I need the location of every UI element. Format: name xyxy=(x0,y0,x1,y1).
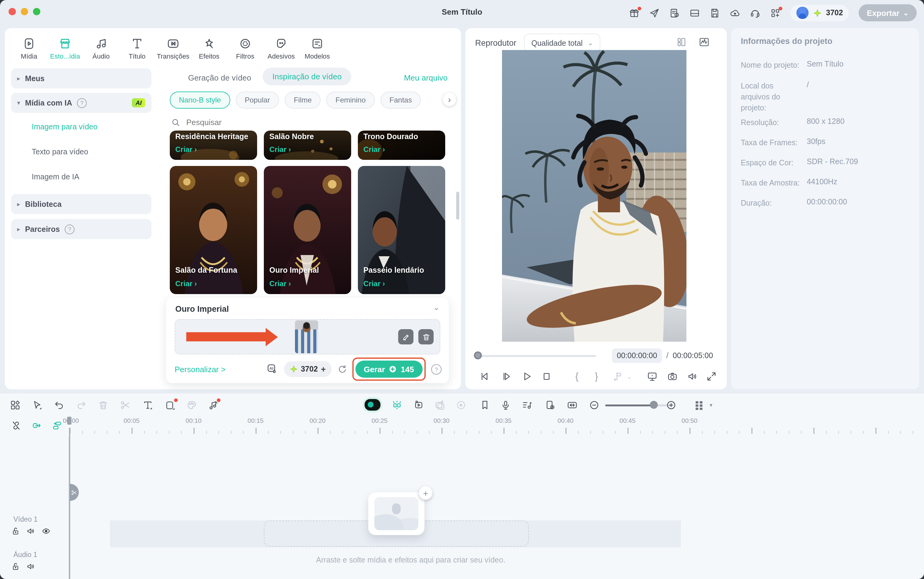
tab-geracao-de-video[interactable]: Geração de vídeo xyxy=(188,73,251,82)
volume-icon[interactable] xyxy=(687,371,698,382)
marker-icon[interactable] xyxy=(479,400,491,411)
add-clip-icon[interactable] xyxy=(434,400,445,411)
smart-scene-cut-icon[interactable] xyxy=(391,400,402,411)
sidebar-group-meus[interactable]: ▸ Meus xyxy=(11,68,151,88)
nav-tab-stock-media[interactable]: Esto...ídia xyxy=(47,37,83,59)
uploaded-reference-thumbnail[interactable] xyxy=(295,320,318,353)
gift-icon[interactable] xyxy=(629,8,639,18)
mask-crop-icon[interactable] xyxy=(165,400,176,411)
style-card-passeio-lendario[interactable]: Passeio lendário Criar › xyxy=(358,166,445,294)
caret-down-icon[interactable]: ▾ xyxy=(710,402,712,408)
select-cursor-icon[interactable] xyxy=(32,400,43,411)
personalizar-link[interactable]: Personalizar > xyxy=(175,365,226,374)
mark-in-point-icon[interactable] xyxy=(612,371,623,382)
avatar[interactable] xyxy=(796,7,808,19)
zoom-out-icon[interactable] xyxy=(589,400,600,411)
apps-grid-icon[interactable] xyxy=(770,8,780,18)
layout-grid-icon[interactable] xyxy=(677,37,688,47)
mark-out-brace-icon[interactable]: } xyxy=(595,371,598,382)
screen-record-icon[interactable] xyxy=(545,400,556,411)
fullscreen-icon[interactable] xyxy=(706,371,717,382)
auto-ripple-icon[interactable] xyxy=(32,420,42,431)
add-text-icon[interactable] xyxy=(142,400,153,411)
search-bar[interactable] xyxy=(171,117,310,128)
share-icon[interactable] xyxy=(649,8,659,18)
split-scissors-icon[interactable] xyxy=(120,400,131,411)
nav-tab-midia[interactable]: Mídia xyxy=(11,37,47,59)
quick-split-handle[interactable] xyxy=(70,484,79,501)
fit-timeline-icon[interactable] xyxy=(567,400,578,411)
search-input[interactable] xyxy=(185,117,310,128)
track-volume-icon[interactable] xyxy=(26,562,35,571)
audio-mixer-icon[interactable] xyxy=(522,400,533,411)
add-media-plus-button[interactable]: + xyxy=(419,486,432,500)
nav-tab-effects[interactable]: Efeitos xyxy=(191,37,227,59)
undo-icon[interactable] xyxy=(54,400,65,411)
lock-open-icon[interactable] xyxy=(11,562,20,571)
card-cta[interactable]: Criar › xyxy=(363,145,385,154)
nav-tab-stickers[interactable]: Adesivos xyxy=(263,37,299,59)
account-pill[interactable]: 3702 xyxy=(790,5,849,21)
nav-tab-title[interactable]: Título xyxy=(119,37,155,59)
redo-icon[interactable] xyxy=(76,400,87,411)
sidebar-item-imagem-de-ia[interactable]: Imagem de IA xyxy=(32,173,79,181)
chip-filme[interactable]: Filme xyxy=(285,92,321,109)
media-placeholder-card[interactable] xyxy=(368,492,424,535)
chips-scroll-right-button[interactable]: › xyxy=(443,93,456,106)
media-browser-icon[interactable] xyxy=(10,400,21,411)
playhead-line[interactable] xyxy=(69,428,70,579)
color-palette-icon[interactable] xyxy=(186,400,197,411)
playhead-handle[interactable] xyxy=(67,417,71,425)
content-scrollbar[interactable] xyxy=(456,191,459,220)
support-headset-icon[interactable] xyxy=(750,8,760,18)
track-volume-icon[interactable] xyxy=(26,527,35,536)
sidebar-item-imagem-para-video[interactable]: Imagem para vídeo xyxy=(32,123,97,131)
card-cta[interactable]: Criar › xyxy=(363,280,385,288)
refresh-icon[interactable] xyxy=(337,364,346,374)
credit-balance-pill[interactable]: 3702 + xyxy=(284,361,331,377)
reference-image-dropzone[interactable] xyxy=(175,319,440,355)
sidebar-item-texto-para-video[interactable]: Texto para vídeo xyxy=(32,148,88,156)
video-preview[interactable] xyxy=(502,50,686,342)
scopes-icon[interactable] xyxy=(699,37,710,47)
link-meu-arquivo[interactable]: Meu arquivo xyxy=(404,73,448,82)
card-cta[interactable]: Criar › xyxy=(269,145,291,154)
card-cta[interactable]: Criar › xyxy=(175,280,197,288)
next-frame-icon[interactable] xyxy=(501,371,512,382)
chip-fantasia[interactable]: Fantas xyxy=(381,92,421,109)
quality-dropdown[interactable]: Qualidade total ⌄ xyxy=(524,34,601,52)
nav-tab-audio[interactable]: Áudio xyxy=(83,37,119,59)
ai-prompt-icon[interactable]: AI xyxy=(266,363,278,375)
nav-tab-filters[interactable]: Filtros xyxy=(227,37,263,59)
style-card-trono-dourado[interactable]: Trono Dourado Criar › xyxy=(358,131,445,160)
layout-icon[interactable] xyxy=(689,8,699,18)
snapshot-camera-icon[interactable] xyxy=(667,371,678,382)
chip-popular[interactable]: Popular xyxy=(235,92,279,109)
zoom-in-icon[interactable] xyxy=(666,400,677,411)
sidebar-group-parceiros[interactable]: ▸ Parceiros ? xyxy=(11,219,151,239)
export-button[interactable]: Exportar ⌄ xyxy=(859,4,917,21)
stop-icon[interactable] xyxy=(541,371,552,382)
track-manager-icon[interactable] xyxy=(694,400,705,411)
track-visibility-eye-icon[interactable] xyxy=(41,527,51,536)
insert-track-icon[interactable] xyxy=(52,420,62,431)
proxy-play-icon[interactable] xyxy=(456,400,466,411)
help-icon[interactable]: ? xyxy=(77,98,87,108)
edit-reference-button[interactable] xyxy=(398,329,414,344)
style-card-residencia-heritage[interactable]: Residência Heritage Criar › xyxy=(170,131,257,160)
zoom-slider-handle[interactable] xyxy=(650,401,658,409)
preview-display-icon[interactable] xyxy=(647,371,658,382)
add-credits-plus[interactable]: + xyxy=(321,364,326,374)
play-icon[interactable] xyxy=(522,371,533,382)
help-icon[interactable]: ? xyxy=(431,364,441,374)
lock-open-icon[interactable] xyxy=(11,527,20,536)
sidebar-group-midia-com-ia[interactable]: ▾ Mídia com IA ? AI xyxy=(11,93,151,113)
cloud-upload-icon[interactable] xyxy=(729,8,740,18)
chevron-down-icon[interactable]: ⌄ xyxy=(627,373,632,381)
nav-tab-templates[interactable]: Modelos xyxy=(299,37,335,59)
scrub-handle[interactable] xyxy=(474,352,482,359)
collapse-chevron-icon[interactable]: ⌄ xyxy=(433,303,440,312)
help-icon[interactable]: ? xyxy=(65,224,74,234)
style-card-ouro-imperial[interactable]: Ouro Imperial Criar › xyxy=(264,166,351,294)
style-card-salao-nobre[interactable]: Salão Nobre Criar › xyxy=(264,131,351,160)
